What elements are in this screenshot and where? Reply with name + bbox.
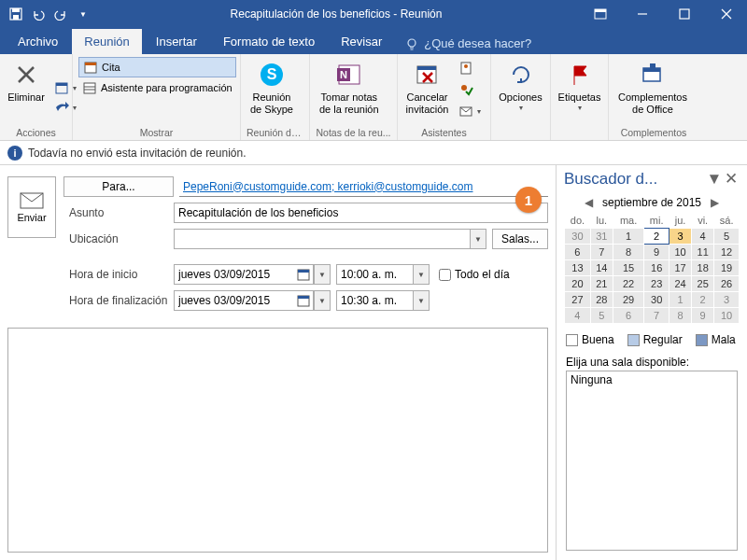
- end-date-picker-button[interactable]: [293, 290, 314, 311]
- cal-day[interactable]: 7: [644, 308, 669, 324]
- cal-day[interactable]: 14: [590, 260, 613, 276]
- start-date-input[interactable]: [174, 264, 293, 285]
- cal-day[interactable]: 13: [565, 260, 591, 276]
- asunto-label: Asunto: [63, 206, 174, 219]
- cal-day[interactable]: 22: [613, 276, 643, 292]
- cal-day[interactable]: 17: [669, 260, 692, 276]
- cancelar-invitacion-button[interactable]: Cancelar invitación: [403, 57, 451, 118]
- cal-day[interactable]: 1: [613, 229, 643, 245]
- redo-button[interactable]: [50, 4, 71, 24]
- cal-day[interactable]: 28: [590, 292, 613, 308]
- cal-day[interactable]: 27: [565, 292, 591, 308]
- end-time-dropdown-button[interactable]: ▼: [413, 290, 430, 311]
- cal-day[interactable]: 25: [692, 276, 714, 292]
- save-button[interactable]: [6, 4, 26, 24]
- room-list-item-none[interactable]: Ninguna: [571, 373, 733, 386]
- cal-day[interactable]: 26: [714, 276, 740, 292]
- cal-day[interactable]: 30: [565, 229, 591, 245]
- send-button[interactable]: Enviar: [7, 176, 56, 238]
- cal-day[interactable]: 7: [590, 245, 613, 260]
- cal-day[interactable]: 15: [613, 260, 643, 276]
- cal-day[interactable]: 2: [644, 229, 669, 245]
- maximize-button[interactable]: [663, 0, 705, 28]
- tab-archivo[interactable]: Archivo: [6, 29, 70, 54]
- tab-revisar[interactable]: Revisar: [329, 29, 394, 54]
- cal-day[interactable]: 10: [669, 245, 692, 260]
- prev-month-button[interactable]: ◀: [581, 196, 597, 209]
- tab-formato-texto[interactable]: Formato de texto: [211, 29, 327, 54]
- para-button[interactable]: Para...: [63, 176, 174, 197]
- ribbon-display-options-button[interactable]: [579, 0, 621, 28]
- cal-day[interactable]: 21: [590, 276, 613, 292]
- cal-day[interactable]: 12: [714, 245, 740, 260]
- cal-day[interactable]: 24: [669, 276, 692, 292]
- cita-button[interactable]: Cita: [78, 57, 236, 77]
- pane-options-button[interactable]: ▼: [706, 170, 723, 189]
- opciones-button[interactable]: Opciones ▾: [497, 57, 544, 115]
- cal-day[interactable]: 10: [714, 308, 740, 324]
- cal-day[interactable]: 4: [692, 229, 714, 245]
- end-time-input[interactable]: [336, 290, 413, 311]
- asunto-input[interactable]: [174, 203, 548, 223]
- all-day-checkbox[interactable]: Todo el día: [439, 268, 510, 281]
- qat-customize-button[interactable]: ▼: [73, 4, 93, 24]
- eliminar-button[interactable]: Eliminar: [6, 57, 47, 106]
- start-date-picker-button[interactable]: [293, 264, 314, 285]
- asistente-programacion-button[interactable]: Asistente para programación: [78, 78, 236, 97]
- cal-day[interactable]: 30: [644, 292, 669, 308]
- response-options-button[interactable]: ▾: [455, 102, 485, 120]
- start-time-dropdown-button[interactable]: ▼: [413, 264, 430, 285]
- end-date-input[interactable]: [174, 290, 293, 311]
- cal-day[interactable]: 8: [613, 245, 643, 260]
- cal-dow: vi.: [692, 213, 714, 229]
- para-input[interactable]: [179, 176, 548, 197]
- group-label-asistentes: Asistentes: [403, 127, 485, 140]
- tab-reunion[interactable]: Reunión: [72, 29, 141, 54]
- cal-day[interactable]: 9: [644, 245, 669, 260]
- cal-day[interactable]: 23: [644, 276, 669, 292]
- cal-day[interactable]: 4: [565, 308, 591, 324]
- complementos-office-button[interactable]: Complementos de Office: [614, 57, 691, 118]
- cal-day[interactable]: 6: [565, 245, 591, 260]
- cal-day[interactable]: 18: [692, 260, 714, 276]
- cal-day[interactable]: 2: [692, 292, 714, 308]
- meeting-body-editor[interactable]: [7, 328, 548, 553]
- cal-day[interactable]: 16: [644, 260, 669, 276]
- skype-meeting-button[interactable]: S Reunión de Skype: [247, 57, 297, 118]
- cal-day[interactable]: 11: [692, 245, 714, 260]
- pane-close-button[interactable]: ✕: [723, 169, 740, 189]
- cal-day[interactable]: 5: [590, 308, 613, 324]
- cal-day[interactable]: 9: [692, 308, 714, 324]
- cal-day[interactable]: 20: [565, 276, 591, 292]
- onenote-meeting-button[interactable]: N Tomar notas de la reunión: [316, 57, 383, 118]
- address-book-button[interactable]: [455, 59, 485, 77]
- cal-day[interactable]: 19: [714, 260, 740, 276]
- room-list[interactable]: Ninguna: [566, 371, 738, 551]
- cal-day[interactable]: 6: [613, 308, 643, 324]
- next-month-button[interactable]: ▶: [707, 196, 723, 209]
- close-button[interactable]: [705, 0, 747, 28]
- check-names-button[interactable]: [455, 80, 485, 99]
- cal-day[interactable]: 8: [669, 308, 692, 324]
- cal-day[interactable]: 1: [669, 292, 692, 308]
- cal-day[interactable]: 31: [590, 229, 613, 245]
- ubicacion-input[interactable]: [174, 229, 470, 249]
- etiquetas-button[interactable]: Etiquetas ▾: [557, 57, 602, 115]
- salas-button[interactable]: Salas...: [492, 229, 548, 249]
- cal-dow: mi.: [644, 213, 669, 229]
- cal-day[interactable]: 3: [669, 229, 692, 245]
- svg-rect-6: [680, 9, 689, 19]
- start-time-input[interactable]: [336, 264, 413, 285]
- ubicacion-dropdown-button[interactable]: ▼: [470, 229, 486, 249]
- cal-day[interactable]: 3: [714, 292, 740, 308]
- svg-point-31: [464, 64, 468, 68]
- room-finder-title: Buscador d...: [564, 170, 706, 189]
- undo-button[interactable]: [28, 4, 49, 24]
- cal-day[interactable]: 29: [613, 292, 643, 308]
- start-date-dropdown-button[interactable]: ▼: [314, 264, 331, 285]
- tab-insertar[interactable]: Insertar: [144, 29, 209, 54]
- end-date-dropdown-button[interactable]: ▼: [314, 290, 331, 311]
- tell-me-search[interactable]: ¿Qué desea hacer?: [396, 33, 541, 54]
- minimize-button[interactable]: [621, 0, 663, 28]
- cal-day[interactable]: 5: [714, 229, 740, 245]
